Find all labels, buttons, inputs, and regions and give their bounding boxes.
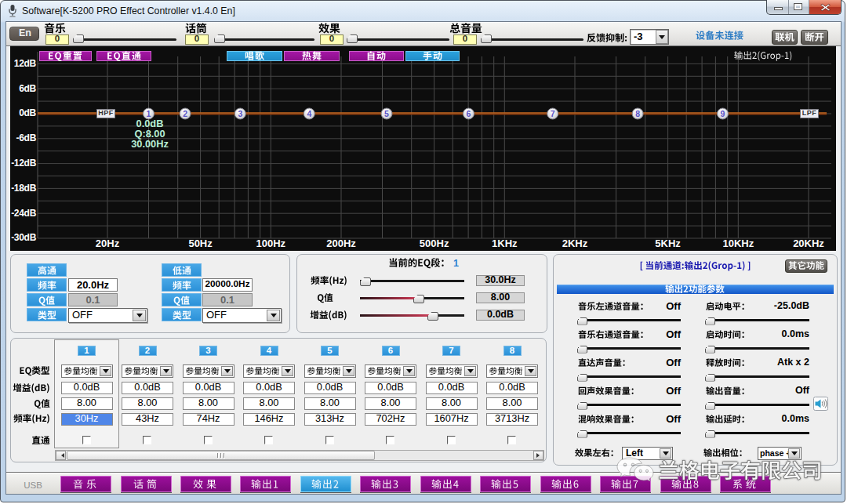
svg-text:9: 9	[721, 109, 725, 118]
svg-text:4: 4	[307, 109, 311, 118]
svg-text:7: 7	[551, 109, 555, 118]
svg-text:5: 5	[384, 109, 389, 118]
svg-text:2: 2	[183, 109, 187, 118]
svg-text:1: 1	[147, 109, 151, 118]
svg-text:6: 6	[467, 109, 471, 118]
svg-text:8: 8	[635, 109, 640, 118]
svg-text:3: 3	[238, 109, 242, 118]
